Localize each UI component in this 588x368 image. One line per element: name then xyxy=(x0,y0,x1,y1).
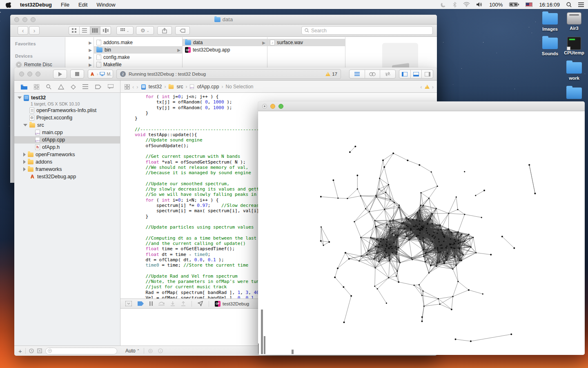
wifi-icon[interactable] xyxy=(463,2,470,7)
quicklook-icon[interactable] xyxy=(148,349,154,353)
of-app-titlebar[interactable] xyxy=(258,101,585,111)
desktop-icon-CPUtemp[interactable]: CPUtemp xyxy=(562,37,586,55)
breadcrumb-file[interactable]: ofApp.cpp xyxy=(197,84,219,90)
back-button[interactable]: ‹ xyxy=(18,26,28,35)
desktop-icon-Images[interactable]: Images xyxy=(538,13,562,31)
variables-scope-popup[interactable]: Auto⌃ xyxy=(125,348,140,354)
issue-navigator-icon[interactable] xyxy=(58,84,64,90)
version-editor-icon[interactable] xyxy=(380,70,395,78)
arrange-button[interactable]: ⌄ xyxy=(116,26,134,35)
bluetooth-icon[interactable] xyxy=(453,2,457,7)
hide-debug-area-icon[interactable] xyxy=(125,301,132,306)
step-out-icon[interactable] xyxy=(181,301,186,306)
navigator-item-openFrameworks-Info.plist[interactable]: openFrameworks-Info.plist xyxy=(14,107,120,114)
xcode-toolbar[interactable]: A› M. 2 Running test32Debug : test32 Deb… xyxy=(14,67,437,81)
apple-menu-icon[interactable] xyxy=(6,2,11,8)
sidebar-item-remote-disc[interactable]: Remote Disc xyxy=(16,62,65,67)
info-icon[interactable]: i xyxy=(158,348,163,353)
coverflow-view-icon[interactable] xyxy=(100,27,111,34)
minimize-icon[interactable] xyxy=(270,104,275,109)
menu-window[interactable]: Window xyxy=(96,2,115,8)
spotlight-icon[interactable] xyxy=(566,2,572,7)
column-view-icon[interactable] xyxy=(90,27,101,34)
navigator-item-frameworks[interactable]: frameworks xyxy=(14,166,120,173)
project-navigator-icon[interactable] xyxy=(21,84,27,90)
related-items-icon[interactable] xyxy=(125,84,130,90)
active-app-menu[interactable]: test32Debug xyxy=(20,2,52,8)
menu-file[interactable]: File xyxy=(61,2,69,8)
breakpoints-toggle-icon[interactable] xyxy=(138,301,144,306)
debug-navigator-icon[interactable] xyxy=(82,84,88,89)
close-icon[interactable] xyxy=(262,104,267,109)
navigator-item-openFrameworks[interactable]: openFrameworks xyxy=(14,151,120,158)
stop-button[interactable] xyxy=(70,70,84,79)
prev-issue-icon[interactable]: ‹ xyxy=(420,84,422,90)
symbol-navigator-icon[interactable] xyxy=(34,84,39,90)
finder-item-surface.wav[interactable]: ♪surface.wav xyxy=(267,39,345,46)
zoom-icon[interactable] xyxy=(278,104,283,109)
share-button[interactable] xyxy=(157,26,172,35)
run-button[interactable] xyxy=(53,70,67,79)
project-navigator[interactable]: test32 1 target, OS X SDK 10.10openFrame… xyxy=(14,93,120,346)
standard-editor-icon[interactable] xyxy=(350,70,365,78)
navigator-project-row[interactable]: test32 xyxy=(14,94,120,101)
finder-item[interactable]: ▶ xyxy=(65,54,94,61)
finder-item[interactable]: ▶ xyxy=(65,46,94,54)
scheme-selector[interactable]: A› M. xyxy=(88,70,113,79)
navigator-item-test32Debug.app[interactable]: Atest32Debug.app xyxy=(14,173,120,180)
navigator-item-Project.xcconfig[interactable]: ⚙Project.xcconfig xyxy=(14,114,120,121)
assistant-editor-icon[interactable] xyxy=(365,70,381,78)
menu-bar-clock[interactable]: 16:16:09 xyxy=(539,2,560,8)
flag-us-icon[interactable] xyxy=(526,2,532,7)
view-switcher[interactable] xyxy=(399,70,433,79)
finder-titlebar[interactable]: data xyxy=(10,15,437,25)
breadcrumb-project[interactable]: test32 xyxy=(149,84,162,90)
location-icon[interactable] xyxy=(198,301,203,306)
finder-item-config.make[interactable]: config.make xyxy=(94,54,182,61)
notification-center-icon[interactable] xyxy=(578,2,584,7)
breadcrumb-group[interactable]: src xyxy=(176,84,183,90)
scm-filter-icon[interactable] xyxy=(37,348,42,353)
navigator-panel-icon[interactable] xyxy=(399,70,411,78)
forward-button[interactable]: › xyxy=(29,26,40,35)
editor-mode-switcher[interactable] xyxy=(349,70,396,79)
minimize-icon[interactable] xyxy=(22,17,27,22)
navigator-item-src[interactable]: src xyxy=(14,121,120,129)
navigator-filter-field[interactable] xyxy=(45,348,117,355)
search-navigator-icon[interactable] xyxy=(46,84,51,90)
add-button[interactable]: + xyxy=(18,348,22,355)
phone-icon[interactable] xyxy=(441,2,446,7)
finder-item-addons.make[interactable]: addons.make xyxy=(94,39,182,46)
zoom-icon[interactable] xyxy=(36,72,40,76)
report-navigator-icon[interactable] xyxy=(108,84,114,89)
warning-counter[interactable]: 17 xyxy=(325,72,337,76)
battery-icon[interactable] xyxy=(509,2,519,7)
action-button[interactable]: ⚙⌄ xyxy=(136,26,154,35)
recent-files-filter-icon[interactable] xyxy=(29,348,34,353)
finder-item-data[interactable]: data▶ xyxy=(183,39,267,46)
navigator-tab-bar[interactable] xyxy=(14,81,120,93)
navigator-item-ofApp.cpp[interactable]: c++ofApp.cpp xyxy=(14,136,120,144)
view-switcher[interactable] xyxy=(69,26,111,35)
debug-area-icon[interactable] xyxy=(411,70,422,78)
finder-item-bin[interactable]: bin▶ xyxy=(94,46,182,54)
step-over-icon[interactable] xyxy=(158,301,165,306)
zoom-icon[interactable] xyxy=(31,17,36,22)
volume-icon[interactable] xyxy=(477,2,483,7)
debug-process-tab[interactable]: OF test32Debug xyxy=(215,301,249,307)
search-field[interactable]: Search xyxy=(301,26,433,35)
desktop-icon-folder[interactable] xyxy=(562,88,586,100)
close-icon[interactable] xyxy=(14,17,19,22)
icon-view-icon[interactable] xyxy=(69,27,80,34)
navigator-item-ofApp.h[interactable]: hofApp.h xyxy=(14,144,120,151)
close-icon[interactable] xyxy=(19,72,24,76)
utilities-panel-icon[interactable] xyxy=(422,70,433,78)
tag-button[interactable] xyxy=(175,26,190,35)
desktop-icon-work[interactable]: work xyxy=(562,62,586,81)
menu-edit[interactable]: Edit xyxy=(78,2,87,8)
forward-history-icon[interactable]: › xyxy=(136,84,138,90)
desktop-icon-Sounds[interactable]: Sounds xyxy=(538,38,562,56)
step-into-icon[interactable] xyxy=(170,301,175,306)
test-navigator-icon[interactable] xyxy=(71,84,76,90)
back-history-icon[interactable]: ‹ xyxy=(132,84,134,90)
